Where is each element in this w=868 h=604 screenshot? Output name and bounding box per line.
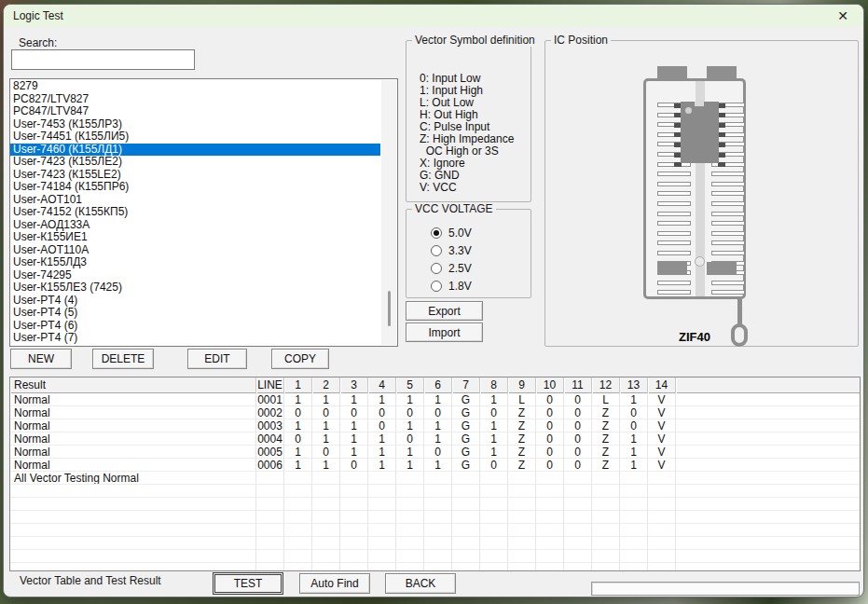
vector-cell <box>396 511 424 524</box>
list-item[interactable]: User-7423 (К155ЛЕ2) <box>10 156 380 169</box>
table-empty-row[interactable] <box>10 563 860 571</box>
table-empty-row[interactable] <box>10 550 860 563</box>
ic-position-group-title: IC Position <box>551 34 611 47</box>
vector-cell <box>648 511 676 524</box>
vector-cell <box>648 537 676 550</box>
result-cell <box>10 485 256 498</box>
close-icon[interactable]: ✕ <box>828 5 858 27</box>
column-header[interactable]: 13 <box>620 378 648 393</box>
vector-cell <box>508 472 536 485</box>
table-empty-row[interactable] <box>10 485 860 498</box>
import-button[interactable]: Import <box>406 323 483 342</box>
list-item[interactable]: User-PT4 (4) <box>10 295 380 308</box>
list-item[interactable]: User-ИД10 <box>10 345 380 348</box>
table-row[interactable]: Normal0006110111G0Z00Z1V <box>10 459 860 472</box>
list-item[interactable]: User-PT4 (7) <box>10 332 380 345</box>
vector-cell <box>340 524 368 537</box>
table-empty-row[interactable] <box>10 511 860 524</box>
pin-slot <box>711 240 745 245</box>
table-empty-row[interactable] <box>10 524 860 537</box>
vector-cell: 1 <box>284 446 312 459</box>
vector-cell <box>312 498 340 511</box>
table-row[interactable]: Normal0001111111G1L00L1V <box>10 393 860 406</box>
list-item[interactable]: User-7423 (К155LE2) <box>10 169 380 182</box>
vcc-option-3.3V[interactable]: 3.3V <box>431 244 472 257</box>
table-row[interactable]: Normal0004011101G1Z00Z1V <box>10 432 860 446</box>
list-item[interactable]: User-К155ЛД3 <box>10 256 380 269</box>
column-header[interactable]: 10 <box>536 378 564 393</box>
auto-find-button[interactable]: Auto Find <box>299 573 370 594</box>
list-item[interactable]: User-АОД133А <box>10 219 380 232</box>
radio-icon[interactable] <box>431 281 442 292</box>
list-item[interactable]: User-К155ИЕ1 <box>10 231 380 244</box>
column-header[interactable]: 1 <box>284 378 312 393</box>
list-item[interactable]: 8279 <box>10 80 380 93</box>
list-item[interactable]: User-7453 (К155ЛР3) <box>10 118 380 131</box>
chip-listbox[interactable]: 8279PC827/LTV827PC847/LTV847User-7453 (К… <box>9 78 398 347</box>
table-row[interactable]: Normal0002000000G0Z00Z0V <box>10 406 860 419</box>
list-item[interactable]: PC827/LTV827 <box>10 93 380 106</box>
column-header[interactable]: 8 <box>480 378 508 393</box>
column-header[interactable]: 6 <box>424 378 452 393</box>
delete-button[interactable]: DELETE <box>92 349 154 369</box>
column-header[interactable]: LINE <box>256 378 284 393</box>
column-header[interactable]: 5 <box>396 378 424 393</box>
vector-cell <box>396 537 424 550</box>
table-row[interactable]: Normal0003111011G1Z00Z0V <box>10 419 860 432</box>
column-header[interactable]: 2 <box>312 378 340 393</box>
vcc-option-5.0V[interactable]: 5.0V <box>431 226 472 240</box>
list-scrollbar-thumb[interactable] <box>388 291 391 326</box>
new-button[interactable]: NEW <box>10 349 72 369</box>
list-item[interactable]: PC847/LTV847 <box>10 105 380 118</box>
list-scrollbar-track[interactable] <box>381 80 396 345</box>
list-item[interactable]: User-74451 (К155ЛИ5) <box>10 130 380 144</box>
copy-button[interactable]: COPY <box>271 349 329 369</box>
column-header[interactable]: 4 <box>368 378 396 393</box>
table-empty-row[interactable] <box>10 498 860 511</box>
list-item[interactable]: User-74295 <box>10 269 380 282</box>
column-header[interactable]: 3 <box>340 378 368 393</box>
list-item[interactable]: User-PT4 (6) <box>10 320 380 333</box>
table-footer-row[interactable]: All Vector Testing Normal <box>10 472 860 485</box>
pin-slot <box>711 290 745 295</box>
result-cell <box>10 524 256 537</box>
edit-button[interactable]: EDIT <box>187 349 247 369</box>
result-cell <box>10 537 256 550</box>
test-button[interactable]: TEST <box>213 572 283 595</box>
back-button[interactable]: BACK <box>385 573 456 594</box>
column-header[interactable]: Result <box>10 378 256 393</box>
vector-cell: 0 <box>424 446 452 459</box>
column-header[interactable]: 12 <box>592 378 620 393</box>
list-item[interactable]: User-AOT101 <box>10 194 380 207</box>
list-item[interactable]: User-AOT110A <box>10 244 380 257</box>
column-header[interactable]: 7 <box>452 378 480 393</box>
line-cell: 0003 <box>256 419 284 432</box>
list-item[interactable]: User-PT4 (5) <box>10 307 380 320</box>
vector-cell <box>508 537 536 550</box>
column-header[interactable]: 9 <box>508 378 536 393</box>
column-header[interactable]: 11 <box>564 378 592 393</box>
vector-cell <box>368 485 396 498</box>
vector-cell <box>312 524 340 537</box>
table-row[interactable]: Normal0005101110G1Z00Z1V <box>10 446 860 459</box>
vector-cell: 0 <box>396 432 424 446</box>
vector-cell <box>340 485 368 498</box>
table-empty-row[interactable] <box>10 537 860 550</box>
column-header[interactable]: 14 <box>648 378 676 393</box>
vcc-option-2.5V[interactable]: 2.5V <box>431 262 472 275</box>
vector-cell: Z <box>592 459 620 472</box>
list-item[interactable]: User-74184 (К155ПР6) <box>10 181 380 194</box>
list-item[interactable]: User-К155ЛЕ3 (7425) <box>10 281 380 295</box>
radio-icon[interactable] <box>431 245 442 256</box>
list-item[interactable]: User-7460 (К155ЛД1) <box>10 144 380 157</box>
vector-cell <box>508 563 536 571</box>
list-item[interactable]: User-74152 (К155КП5) <box>10 206 380 219</box>
vcc-option-1.8V[interactable]: 1.8V <box>431 280 472 293</box>
vector-cell: Z <box>592 432 620 446</box>
result-cell: Normal <box>10 406 256 419</box>
row-filler <box>676 563 860 571</box>
search-input[interactable] <box>11 49 195 70</box>
radio-icon[interactable] <box>431 227 442 239</box>
export-button[interactable]: Export <box>406 301 483 321</box>
radio-icon[interactable] <box>431 263 442 274</box>
